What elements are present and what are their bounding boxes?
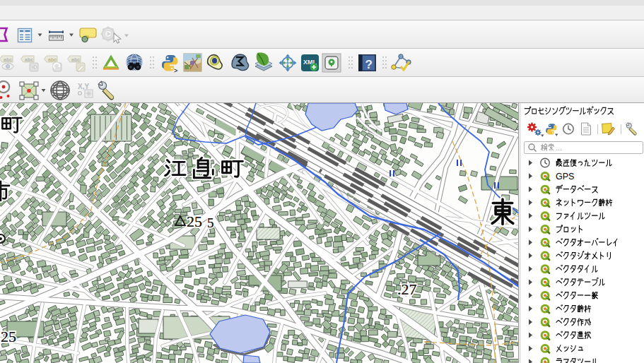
svg-text:abc: abc — [71, 57, 80, 62]
svg-text:abc: abc — [48, 57, 57, 62]
svg-text:...: ... — [556, 143, 562, 152]
svg-text:X,Y: X,Y — [78, 83, 89, 90]
svg-text:abc: abc — [25, 57, 33, 62]
svg-text:25: 25 — [1, 328, 16, 345]
svg-text:abc: abc — [4, 57, 12, 62]
svg-text:5: 5 — [207, 215, 214, 230]
svg-text:.27: .27 — [397, 280, 417, 298]
svg-text:>: > — [174, 67, 177, 74]
svg-text:?: ? — [365, 58, 373, 71]
svg-text:25: 25 — [187, 213, 202, 230]
svg-text:GPS: GPS — [556, 172, 574, 182]
